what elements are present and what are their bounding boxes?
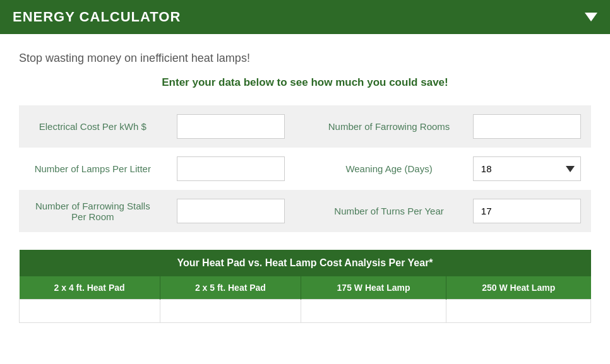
label-weaning-age: Weaning Age (Days)	[315, 148, 463, 190]
input-cell-farrowing-rooms	[463, 105, 591, 148]
weaning-age-select[interactable]: 14 18 21 28	[473, 156, 581, 181]
input-cell-weaning-age: 14 18 21 28	[463, 148, 591, 190]
label-farrowing-rooms: Number of Farrowing Rooms	[315, 105, 463, 148]
results-data-row	[20, 300, 591, 323]
results-table: Your Heat Pad vs. Heat Lamp Cost Analysi…	[19, 250, 591, 323]
cta-text: Enter your data below to see how much yo…	[19, 76, 591, 89]
app-title: ENERGY CALCULATOR	[13, 9, 181, 25]
form-row-2: Number of Lamps Per Litter Weaning Age (…	[19, 148, 591, 190]
input-cell-farrowing-stalls	[167, 190, 295, 232]
col-header-heat-lamp-175: 175 W Heat Lamp	[301, 276, 446, 300]
input-cell-electrical-cost	[167, 105, 295, 148]
turns-per-year-input[interactable]	[473, 199, 581, 223]
results-header-cell: Your Heat Pad vs. Heat Lamp Cost Analysi…	[20, 250, 591, 276]
electrical-cost-input[interactable]	[177, 114, 285, 139]
results-header-row: Your Heat Pad vs. Heat Lamp Cost Analysi…	[20, 250, 591, 276]
col-header-heat-lamp-250: 250 W Heat Lamp	[446, 276, 590, 300]
label-turns-per-year: Number of Turns Per Year	[315, 190, 463, 232]
app-header: ENERGY CALCULATOR	[0, 0, 610, 34]
collapse-chevron-icon[interactable]	[585, 13, 597, 21]
lamps-per-litter-input[interactable]	[177, 156, 285, 181]
label-electrical-cost: Electrical Cost Per kWh $	[19, 105, 167, 148]
tagline: Stop wasting money on inefficient heat l…	[19, 52, 591, 65]
farrowing-rooms-input[interactable]	[473, 114, 581, 139]
body-content: Stop wasting money on inefficient heat l…	[0, 34, 610, 336]
result-heat-lamp-175	[301, 300, 446, 323]
form-row-1: Electrical Cost Per kWh $ Number of Farr…	[19, 105, 591, 148]
input-form: Electrical Cost Per kWh $ Number of Farr…	[19, 105, 591, 232]
input-cell-lamps-per-litter	[167, 148, 295, 190]
farrowing-stalls-input[interactable]	[177, 199, 285, 223]
result-heat-pad-25	[160, 300, 301, 323]
weaning-age-select-wrapper: 14 18 21 28	[473, 156, 581, 181]
form-row-3: Number of Farrowing Stalls Per Room Numb…	[19, 190, 591, 232]
label-lamps-per-litter: Number of Lamps Per Litter	[19, 148, 167, 190]
result-heat-lamp-250	[446, 300, 590, 323]
results-subheader-row: 2 x 4 ft. Heat Pad 2 x 5 ft. Heat Pad 17…	[20, 276, 591, 300]
input-cell-turns-per-year	[463, 190, 591, 232]
label-farrowing-stalls: Number of Farrowing Stalls Per Room	[19, 190, 167, 232]
col-header-heat-pad-25: 2 x 5 ft. Heat Pad	[160, 276, 301, 300]
result-heat-pad-24	[20, 300, 160, 323]
col-header-heat-pad-24: 2 x 4 ft. Heat Pad	[20, 276, 160, 300]
